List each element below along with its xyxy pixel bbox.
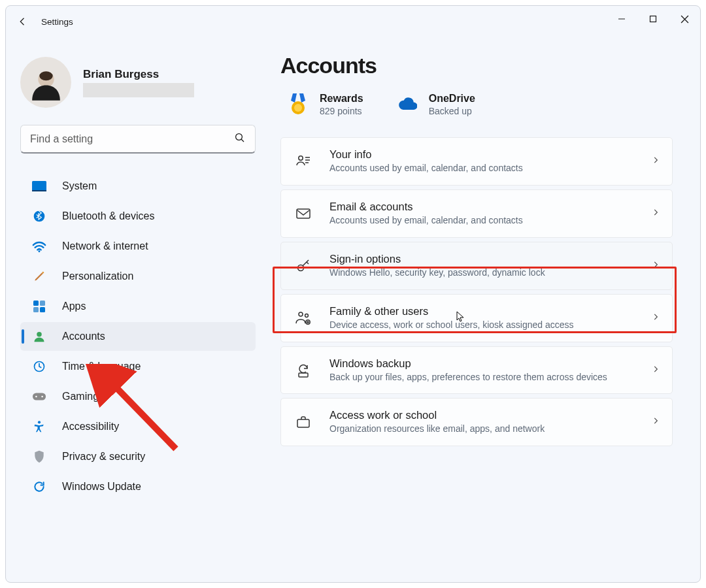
avatar [20, 57, 71, 108]
card-subtitle: Back up your files, apps, preferences to… [329, 371, 651, 384]
profile-email-redacted [83, 83, 194, 97]
svg-point-3 [236, 133, 243, 140]
sidebar-item-label: Apps [62, 301, 86, 312]
svg-point-23 [299, 312, 303, 316]
settings-card-list: Your infoAccounts used by email, calenda… [280, 137, 673, 446]
account-status-row: Rewards829 points OneDriveBacked up [280, 93, 684, 116]
svg-point-12 [37, 332, 42, 337]
sidebar-item-gaming[interactable]: Gaming [20, 382, 256, 411]
mail-icon [294, 204, 312, 223]
card-subtitle: Organization resources like email, apps,… [329, 423, 651, 435]
sidebar-item-system[interactable]: System [20, 172, 256, 201]
sidebar-item-bluetooth[interactable]: Bluetooth & devices [20, 202, 256, 231]
card-email-accounts[interactable]: Email & accountsAccounts used by email, … [280, 189, 673, 238]
gamepad-icon [32, 389, 46, 404]
card-title: Email & accounts [329, 201, 651, 213]
paintbrush-icon [32, 269, 46, 284]
wifi-icon [32, 239, 46, 253]
svg-rect-0 [650, 16, 656, 22]
card-work-school[interactable]: Access work or schoolOrganization resour… [280, 398, 673, 446]
svg-point-20 [299, 156, 303, 160]
sidebar-item-label: System [62, 180, 97, 192]
maximize-button[interactable] [637, 6, 669, 32]
rewards-tile[interactable]: Rewards829 points [288, 93, 363, 116]
sidebar: Brian Burgess System Bluetooth & devices [6, 37, 267, 582]
system-icon [32, 179, 46, 193]
your-info-icon [294, 152, 312, 171]
svg-point-7 [39, 250, 41, 252]
rewards-subtitle: 829 points [320, 106, 363, 116]
chevron-right-icon [651, 208, 660, 220]
chevron-right-icon [651, 260, 660, 272]
card-subtitle: Accounts used by email, calendar, and co… [329, 162, 651, 174]
family-icon [294, 309, 312, 327]
svg-point-15 [35, 396, 37, 398]
card-subtitle: Accounts used by email, calendar, and co… [329, 214, 651, 227]
chevron-right-icon [651, 416, 660, 428]
chevron-right-icon [651, 312, 660, 324]
sidebar-item-privacy[interactable]: Privacy & security [20, 442, 256, 471]
back-button[interactable] [12, 11, 33, 32]
chevron-right-icon [651, 155, 660, 167]
chevron-right-icon [651, 365, 660, 376]
apps-icon [32, 299, 46, 314]
sidebar-item-update[interactable]: Windows Update [20, 472, 256, 501]
sidebar-item-label: Accounts [62, 331, 105, 342]
sidebar-item-accounts[interactable]: Accounts [20, 322, 256, 351]
page-title: Accounts [280, 53, 684, 78]
svg-rect-10 [33, 307, 39, 312]
shield-icon [32, 449, 46, 464]
card-family[interactable]: Family & other usersDevice access, work … [280, 294, 673, 342]
briefcase-icon [294, 413, 312, 431]
svg-point-17 [38, 421, 41, 423]
search-box[interactable] [20, 125, 256, 154]
svg-rect-9 [40, 301, 45, 306]
main-panel: Accounts Rewards829 points OneDriveBacke… [267, 37, 700, 582]
sidebar-item-label: Windows Update [62, 481, 141, 493]
close-button[interactable] [669, 6, 700, 32]
sidebar-item-network[interactable]: Network & internet [20, 232, 256, 261]
card-your-info[interactable]: Your infoAccounts used by email, calenda… [280, 137, 673, 186]
rewards-title: Rewards [320, 93, 363, 105]
sidebar-nav: System Bluetooth & devices Network & int… [20, 172, 256, 501]
sidebar-item-accessibility[interactable]: Accessibility [20, 412, 256, 441]
sidebar-item-label: Privacy & security [62, 451, 145, 463]
key-icon [294, 257, 312, 275]
clock-globe-icon [32, 359, 46, 374]
sidebar-item-label: Accessibility [62, 421, 119, 433]
svg-point-6 [34, 211, 45, 222]
sidebar-item-label: Personalization [62, 270, 133, 282]
svg-point-16 [41, 396, 43, 398]
svg-rect-27 [297, 419, 309, 427]
titlebar: Settings [6, 6, 700, 37]
svg-point-19 [294, 104, 302, 112]
search-icon [234, 132, 246, 146]
svg-point-24 [305, 314, 309, 317]
onedrive-tile[interactable]: OneDriveBacked up [397, 93, 475, 116]
person-icon [32, 329, 46, 344]
svg-rect-21 [297, 209, 310, 218]
minimize-button[interactable] [606, 6, 637, 32]
svg-rect-11 [40, 307, 45, 312]
svg-rect-5 [32, 190, 46, 191]
svg-rect-4 [32, 181, 46, 191]
card-title: Access work or school [329, 409, 651, 421]
sidebar-item-time[interactable]: Time & language [20, 352, 256, 381]
card-backup[interactable]: Windows backupBack up your files, apps, … [280, 346, 673, 395]
card-sign-in-options[interactable]: Sign-in optionsWindows Hello, security k… [280, 242, 673, 290]
update-icon [32, 480, 46, 494]
backup-icon [294, 361, 312, 380]
svg-rect-26 [299, 373, 308, 377]
sidebar-item-label: Gaming [62, 391, 99, 402]
cloud-icon [397, 95, 417, 114]
onedrive-title: OneDrive [429, 93, 475, 105]
search-input[interactable] [30, 133, 234, 145]
sidebar-item-personalization[interactable]: Personalization [20, 262, 256, 291]
sidebar-item-apps[interactable]: Apps [20, 292, 256, 321]
bluetooth-icon [32, 209, 46, 223]
accessibility-icon [32, 419, 46, 434]
profile-block[interactable]: Brian Burgess [20, 57, 256, 108]
card-title: Windows backup [329, 357, 651, 370]
svg-rect-8 [33, 301, 39, 306]
sidebar-item-label: Time & language [62, 361, 141, 372]
